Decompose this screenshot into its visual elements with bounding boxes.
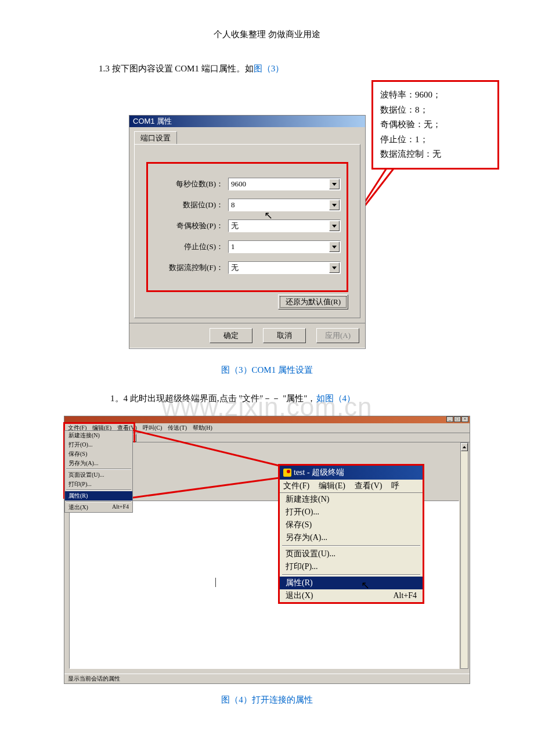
parity-label: 奇偶校验(P)： bbox=[154, 221, 223, 231]
mi-new[interactable]: 新建连接(N) bbox=[280, 493, 423, 506]
dialog-button-row: 确定 取消 应用(A) bbox=[129, 323, 365, 348]
menu-file[interactable]: 文件(F) bbox=[283, 481, 309, 491]
parity-value: 无 bbox=[231, 221, 239, 231]
tab-port-settings[interactable]: 端口设置 bbox=[134, 131, 177, 145]
callout-line-4: 停止位：1； bbox=[380, 132, 490, 147]
dialog-titlebar: COM1 属性 bbox=[129, 116, 365, 127]
figref-4: 如图（4） bbox=[316, 394, 356, 403]
small-sep-2 bbox=[66, 489, 131, 491]
section-1-4-prefix: 1。4 此时出现超级终端界面,点击 "文件"－－ "属性"， bbox=[110, 394, 316, 403]
app-icon bbox=[283, 469, 291, 477]
section-1-3-prefix: 1.3 按下图内容设置 COM1 端口属性。如 bbox=[99, 64, 254, 73]
flowcontrol-value: 无 bbox=[231, 262, 239, 273]
flowcontrol-label: 数据流控制(F)： bbox=[154, 262, 223, 273]
stopbits-value: 1 bbox=[231, 242, 235, 251]
baud-label: 每秒位数(B)： bbox=[154, 179, 223, 189]
close-icon[interactable]: × bbox=[461, 416, 468, 422]
tab-panel: 每秒位数(B)： 9600 数据位(D)： 8 bbox=[134, 144, 360, 318]
databits-label: 数据位(D)： bbox=[154, 200, 223, 210]
small-mi-saveas[interactable]: 另存为(A)... bbox=[65, 459, 132, 468]
figure-3-caption: 图（3）COM1 属性设置 bbox=[0, 365, 534, 376]
stopbits-label: 停止位(S)： bbox=[154, 242, 223, 252]
figure-4-caption: 图（4）打开连接的属性 bbox=[0, 694, 534, 705]
section-1-3-text: 1.3 按下图内容设置 COM1 端口属性。如图（3） bbox=[99, 63, 534, 74]
maximize-icon[interactable]: □ bbox=[454, 416, 461, 422]
minimize-icon[interactable]: _ bbox=[446, 416, 453, 422]
sep-1 bbox=[282, 545, 420, 546]
enlarged-titlebar: test - 超级终端 bbox=[280, 466, 423, 480]
window-controls: _ □ × bbox=[446, 416, 468, 422]
tab-area: 端口设置 bbox=[129, 127, 365, 144]
apply-button[interactable]: 应用(A) bbox=[316, 328, 359, 343]
page-header: 个人收集整理 勿做商业用途 bbox=[0, 29, 534, 40]
mi-exit[interactable]: 退出(X) Alt+F4 ↖ bbox=[280, 589, 423, 602]
enlarged-title-text: test - 超级终端 bbox=[294, 467, 344, 478]
small-sep-1 bbox=[66, 469, 131, 470]
dropdown-icon[interactable] bbox=[329, 221, 340, 231]
figure-4-app-window: _ □ × 文件(F) 编辑(E) 查看(V) 呼叫(C) 传送(T) 帮助(H… bbox=[64, 416, 470, 684]
ok-button[interactable]: 确定 bbox=[210, 328, 252, 343]
menu-call[interactable]: 呼 bbox=[391, 481, 399, 491]
databits-value: 8 bbox=[231, 200, 235, 210]
databits-combo[interactable]: 8 bbox=[228, 199, 341, 211]
mi-pagesetup[interactable]: 页面设置(U)... bbox=[280, 548, 423, 560]
baud-value: 9600 bbox=[231, 179, 246, 189]
small-mi-prop[interactable]: 属性(R) bbox=[65, 491, 132, 501]
app-titlebar: _ □ × bbox=[64, 416, 470, 423]
small-mi-new[interactable]: 新建连接(N) bbox=[65, 431, 132, 440]
dropdown-icon[interactable] bbox=[329, 179, 340, 189]
flowcontrol-combo[interactable]: 无 bbox=[228, 261, 341, 274]
figref-3: 图（3） bbox=[254, 64, 284, 73]
small-mi-open[interactable]: 打开(O)... bbox=[65, 440, 132, 449]
mi-saveas[interactable]: 另存为(A)... bbox=[280, 531, 423, 544]
cancel-button[interactable]: 取消 bbox=[263, 328, 306, 343]
menu-view[interactable]: 查看(V) bbox=[355, 481, 382, 491]
mi-print[interactable]: 打印(P)... bbox=[280, 560, 423, 573]
dropdown-icon[interactable] bbox=[329, 242, 340, 252]
sep-2 bbox=[282, 574, 420, 575]
small-mi-save[interactable]: 保存(S) bbox=[65, 449, 132, 459]
enlarged-file-menu: 新建连接(N) 打开(O)... 保存(S) 另存为(A)... 页面设置(U)… bbox=[280, 493, 423, 602]
restore-defaults-button[interactable]: 还原为默认值(R) bbox=[278, 294, 348, 309]
small-sep-3 bbox=[66, 501, 131, 502]
parity-combo[interactable]: 无 bbox=[228, 219, 341, 232]
statusbar: 显示当前会话的属性 bbox=[64, 674, 470, 683]
small-mi-pagesetup[interactable]: 页面设置(U)... bbox=[65, 470, 132, 480]
callout-line-1: 波特率：9600； bbox=[380, 88, 490, 103]
dropdown-icon[interactable] bbox=[329, 200, 340, 210]
svg-line-2 bbox=[133, 478, 279, 498]
small-mi-print[interactable]: 打印(P)... bbox=[65, 480, 132, 489]
form-highlight-box: 每秒位数(B)： 9600 数据位(D)： 8 bbox=[146, 162, 348, 292]
baud-combo[interactable]: 9600 bbox=[228, 178, 341, 190]
dropdown-icon[interactable] bbox=[329, 262, 340, 273]
mi-save[interactable]: 保存(S) bbox=[280, 519, 423, 531]
com1-properties-dialog: COM1 属性 端口设置 每秒位数(B)： 9600 数据位(D)： bbox=[129, 115, 366, 349]
enlarged-menubar: 文件(F) 编辑(E) 查看(V) 呼 bbox=[280, 480, 423, 493]
scroll-up-icon[interactable] bbox=[461, 443, 468, 451]
zoom-lines bbox=[133, 429, 284, 510]
enlarged-menu-overlay: test - 超级终端 文件(F) 编辑(E) 查看(V) 呼 新建连接(N) … bbox=[278, 464, 424, 604]
svg-line-1 bbox=[133, 430, 279, 466]
mi-open[interactable]: 打开(O)... bbox=[280, 506, 423, 519]
small-mi-exit[interactable]: 退出(X) Alt+F4 bbox=[65, 503, 132, 512]
section-1-4-text: 1。4 此时出现超级终端界面,点击 "文件"－－ "属性"，如图（4） bbox=[110, 393, 534, 404]
figure-3-wrap: 波特率：9600； 数据位：8； 奇偶校验：无； 停止位：1； 数据流控制：无 … bbox=[0, 80, 534, 359]
small-file-menu: 新建连接(N) 打开(O)... 保存(S) 另存为(A)... 页面设置(U)… bbox=[64, 430, 133, 513]
scrollbar-vertical[interactable] bbox=[460, 442, 468, 669]
callout-line-3: 奇偶校验：无； bbox=[380, 117, 490, 132]
stopbits-combo[interactable]: 1 bbox=[228, 240, 341, 253]
callout-line-5: 数据流控制：无 bbox=[380, 147, 490, 162]
callout-box: 波特率：9600； 数据位：8； 奇偶校验：无； 停止位：1； 数据流控制：无 bbox=[371, 80, 499, 170]
text-cursor-icon: | bbox=[215, 577, 217, 587]
mi-properties[interactable]: 属性(R) bbox=[280, 577, 423, 589]
callout-line-2: 数据位：8； bbox=[380, 103, 490, 118]
menu-edit[interactable]: 编辑(E) bbox=[319, 481, 345, 491]
